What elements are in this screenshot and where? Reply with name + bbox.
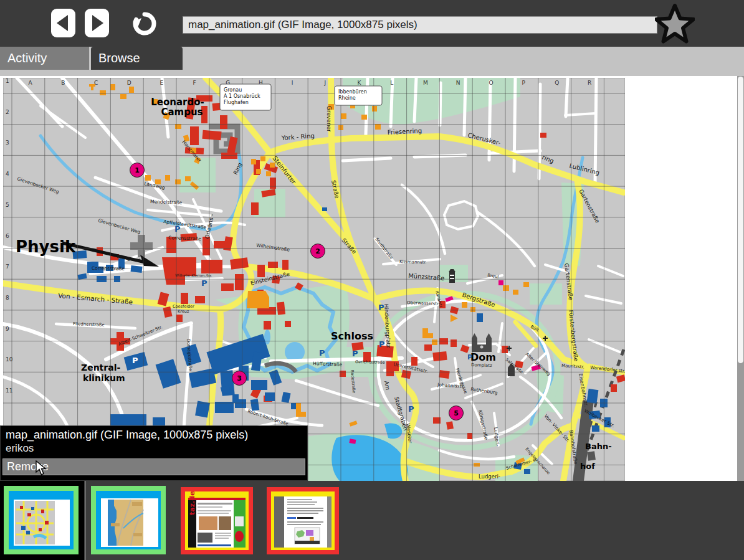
grid-column-label: O xyxy=(489,80,494,86)
landmark-label: Dom xyxy=(470,351,496,363)
landmark-label: klinikum xyxy=(83,373,125,383)
grid-row-label: 11 xyxy=(6,387,12,394)
grid-column-label: N xyxy=(456,80,460,86)
street-label: Hüfferstraße xyxy=(313,361,343,368)
map-image[interactable]: ABCDEFGHIJKLMNOPQR1234567891011Horstmare… xyxy=(3,78,625,481)
street-label: Coesfelder xyxy=(173,304,194,309)
taz-vertical-text: taz.de xyxy=(188,491,196,515)
vertical-scrollbar[interactable] xyxy=(737,76,744,481)
parking-icon: P xyxy=(467,353,472,361)
grid-column-label: A xyxy=(28,80,32,86)
landmark-label: Schloss xyxy=(331,330,373,342)
parking-icon: P xyxy=(352,349,358,358)
palette-owner: erikos xyxy=(1,442,307,455)
marker-number: 1 xyxy=(135,166,140,174)
street-label: Domplatz xyxy=(471,363,492,368)
grid-column-label: J xyxy=(324,80,327,86)
marker-number: 2 xyxy=(315,247,320,255)
forward-icon xyxy=(92,15,103,31)
grid-column-label: L xyxy=(390,80,393,86)
grid-column-label: E xyxy=(160,80,164,86)
street-label: Ludgeri- xyxy=(479,473,500,480)
parking-icon: P xyxy=(174,224,181,234)
bookmark-palette: map_animation.gif (GIF Image, 1000x875 p… xyxy=(0,425,308,481)
browse-activity-window: Activity Browse xyxy=(0,0,744,560)
grid-row-label: 2 xyxy=(6,109,9,115)
grid-column-label: B xyxy=(61,80,65,86)
parking-icon: P xyxy=(201,278,207,288)
back-button[interactable] xyxy=(51,9,75,37)
landmark-label: Bahn- xyxy=(585,442,612,451)
grid-row-label: 8 xyxy=(6,295,9,301)
parking-icon: P xyxy=(319,348,325,358)
scrollbar-thumb[interactable] xyxy=(738,77,743,363)
grid-row-label: 5 xyxy=(6,202,9,208)
tray-thumbnail-wiki[interactable] xyxy=(267,487,339,554)
star-icon xyxy=(655,2,695,45)
browser-toolbar xyxy=(0,0,744,47)
tray-thumbnail-map1[interactable] xyxy=(4,486,79,554)
url-entry[interactable] xyxy=(183,16,657,34)
landmark-label: Zentral- xyxy=(81,363,120,373)
grid-row-label: 3 xyxy=(6,140,9,146)
reload-button[interactable] xyxy=(126,7,156,39)
grid-column-label: Q xyxy=(555,80,559,86)
tab-activity[interactable]: Activity xyxy=(0,47,89,70)
grid-row-label: 10 xyxy=(6,356,13,363)
grid-column-label: P xyxy=(522,80,525,86)
parking-icon: P xyxy=(378,303,384,312)
remove-menu-item[interactable]: Remove xyxy=(2,458,305,475)
street-label: Gerichtsstraße xyxy=(355,359,385,365)
landmark-label: Physik xyxy=(16,237,76,256)
map-callout-text: Gronau xyxy=(224,87,242,93)
forward-button[interactable] xyxy=(85,9,109,37)
remove-label: Remove xyxy=(7,460,49,473)
grid-row-label: 7 xyxy=(6,263,9,270)
link-tray: taz.de xyxy=(0,481,744,560)
tray-divider xyxy=(85,481,86,560)
grid-row-label: 4 xyxy=(6,171,9,177)
parking-icon: P xyxy=(379,339,385,349)
landmark-label: hof xyxy=(580,462,595,471)
grid-column-label: M xyxy=(423,80,428,86)
grid-column-label: I xyxy=(292,80,293,86)
bookmark-star-button[interactable] xyxy=(655,2,695,45)
palette-title: map_animation.gif (GIF Image, 1000x875 p… xyxy=(1,426,307,442)
street-label: Kleimannstr. xyxy=(399,259,427,265)
tab-bar: Activity Browse xyxy=(0,47,744,76)
page-content: ABCDEFGHIJKLMNOPQR1234567891011Horstmare… xyxy=(0,76,744,481)
grid-column-label: R xyxy=(588,80,591,86)
landmark-label: Campus xyxy=(161,107,203,118)
thumbnail-map1-preview xyxy=(9,491,74,549)
thumbnail-wiki-preview xyxy=(271,491,335,550)
grid-row-label: 9 xyxy=(6,326,9,332)
parking-icon: P xyxy=(132,356,138,365)
grid-row-label: 6 xyxy=(6,233,9,239)
grid-column-label: F xyxy=(193,80,196,86)
map-callout-text: Ibbenbüren xyxy=(338,89,367,95)
tray-thumbnail-taz[interactable]: taz.de xyxy=(181,487,253,554)
tab-browse[interactable]: Browse xyxy=(91,47,183,70)
marker-number: 5 xyxy=(454,409,459,417)
tray-thumbnail-map2[interactable] xyxy=(91,486,166,554)
marker-number: 3 xyxy=(237,374,242,382)
grid-row-label: 1 xyxy=(6,78,9,84)
grid-column-label: C xyxy=(94,80,98,86)
tab-browse-label: Browse xyxy=(98,51,140,65)
map-callout-text: Rheine xyxy=(338,95,356,101)
map-callout-text: Flughafen xyxy=(224,100,249,105)
reload-icon xyxy=(130,8,160,39)
street-label: Wilhelm-Klemm-Str. xyxy=(175,273,212,278)
parking-icon: P xyxy=(408,404,414,414)
street-label: Grevener xyxy=(326,106,332,132)
grid-column-label: D xyxy=(127,80,131,86)
buddenturm-icon xyxy=(449,269,455,283)
orange-mensa-building xyxy=(247,291,269,308)
thumbnail-map2-preview xyxy=(96,491,161,549)
street-label: Corrensstraße xyxy=(168,235,202,242)
thumbnail-taz-preview: taz.de xyxy=(185,491,249,550)
street-label: Corrensstraße xyxy=(92,265,125,272)
tab-activity-label: Activity xyxy=(7,51,47,65)
map-callout-text: A 1 Osnabrück xyxy=(224,93,260,99)
back-icon xyxy=(57,15,68,31)
